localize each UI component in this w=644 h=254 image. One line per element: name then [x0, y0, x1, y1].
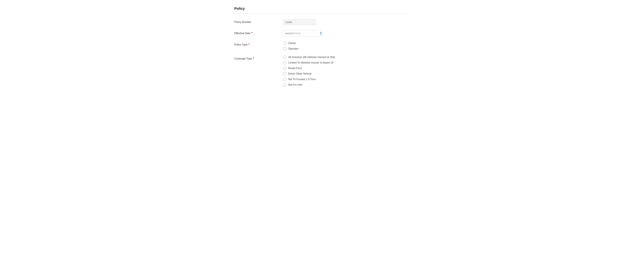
coverage-not-exceed-radio[interactable]	[283, 78, 286, 81]
coverage-limited-option[interactable]: Limited To Vehicles Insurer Is Aware Of	[283, 61, 410, 64]
coverage-not-for-hire-radio[interactable]	[283, 83, 286, 86]
coverage-not-for-hire-label: Not For Hire	[288, 83, 302, 86]
policy-type-row: Policy Type * Owner Operator	[234, 42, 410, 50]
policy-type-owner-option[interactable]: Owner	[283, 42, 410, 45]
coverage-driver-other-label: Driver Other Vehicle	[288, 72, 312, 75]
policy-type-operator-radio[interactable]	[283, 47, 286, 50]
calendar-icon	[320, 32, 322, 35]
date-input-wrapper	[283, 30, 322, 36]
policy-number-input[interactable]	[283, 19, 316, 25]
effective-date-control	[283, 30, 410, 36]
coverage-driver-other-option[interactable]: Driver Other Vehicle	[283, 72, 410, 75]
policy-type-control: Owner Operator	[283, 42, 410, 50]
coverage-type-radio-group: All Inclusive (All Vehicles Owned Or Not…	[283, 56, 410, 86]
coverage-all-inclusive-option[interactable]: All Inclusive (All Vehicles Owned Or Not…	[283, 56, 410, 59]
effective-date-label: Effective Date *	[234, 30, 283, 35]
policy-type-operator-option[interactable]: Operator	[283, 47, 410, 50]
policy-type-operator-label: Operator	[288, 47, 298, 50]
section-title: Policy	[234, 7, 410, 14]
svg-rect-0	[320, 32, 322, 35]
coverage-broad-form-radio[interactable]	[283, 67, 286, 70]
coverage-type-required: *	[253, 57, 254, 60]
coverage-limited-label: Limited To Vehicles Insurer Is Aware Of	[288, 61, 334, 64]
policy-type-radio-group: Owner Operator	[283, 42, 410, 50]
coverage-limited-radio[interactable]	[283, 61, 286, 64]
policy-number-label: Policy Number	[234, 19, 283, 24]
coverage-broad-form-label: Broad Form	[288, 67, 302, 70]
policy-type-label: Policy Type *	[234, 42, 283, 46]
coverage-not-for-hire-option[interactable]: Not For Hire	[283, 83, 410, 86]
coverage-not-exceed-option[interactable]: Not To Exceed 1.5 Tons	[283, 78, 410, 81]
calendar-button[interactable]	[318, 30, 322, 36]
coverage-type-label: Coverage Type *	[234, 56, 283, 60]
effective-date-required: *	[252, 32, 252, 35]
effective-date-row: Effective Date *	[234, 30, 410, 36]
coverage-type-control: All Inclusive (All Vehicles Owned Or Not…	[283, 56, 410, 86]
coverage-broad-form-option[interactable]: Broad Form	[283, 67, 410, 70]
policy-number-row: Policy Number	[234, 19, 410, 25]
policy-type-owner-radio[interactable]	[283, 42, 286, 45]
coverage-all-inclusive-label: All Inclusive (All Vehicles Owned Or Not…	[288, 56, 335, 59]
coverage-not-exceed-label: Not To Exceed 1.5 Tons	[288, 78, 316, 81]
effective-date-input[interactable]	[283, 31, 318, 36]
policy-type-owner-label: Owner	[288, 42, 296, 45]
policy-number-control	[283, 19, 410, 25]
policy-type-required: *	[248, 43, 250, 46]
coverage-driver-other-radio[interactable]	[283, 72, 286, 75]
coverage-type-row: Coverage Type * All Inclusive (All Vehic…	[234, 56, 410, 86]
coverage-all-inclusive-radio[interactable]	[283, 56, 286, 59]
